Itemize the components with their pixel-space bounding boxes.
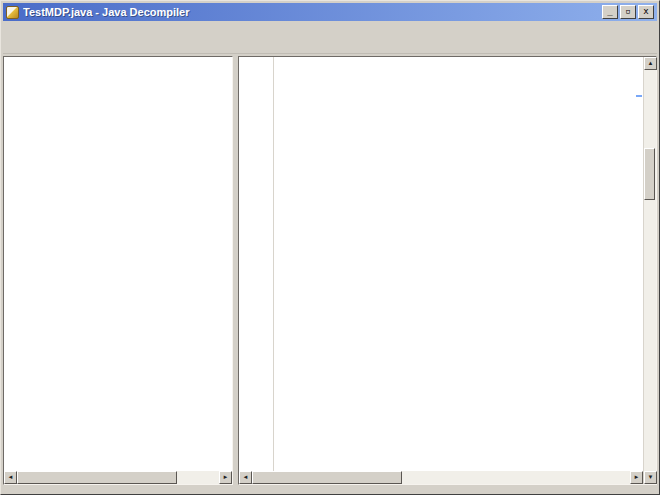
window-title: TestMDP.java - Java Decompiler bbox=[23, 6, 602, 18]
toolbar bbox=[3, 37, 657, 54]
maximize-button[interactable]: ▫ bbox=[620, 5, 636, 19]
package-tree-panel: ◄ ► bbox=[3, 56, 233, 485]
status-strip bbox=[3, 485, 657, 492]
main-area: ◄ ► ◄ ► ▲ bbox=[3, 56, 657, 485]
gutter-separator bbox=[273, 57, 274, 471]
scroll-down-button[interactable]: ▼ bbox=[644, 471, 657, 484]
app-icon bbox=[6, 6, 19, 19]
close-button[interactable]: x bbox=[638, 5, 654, 19]
scroll-left-button[interactable]: ◄ bbox=[4, 471, 17, 484]
title-bar[interactable]: TestMDP.java - Java Decompiler _ ▫ x bbox=[3, 3, 657, 21]
scroll-right-button[interactable]: ► bbox=[219, 471, 232, 484]
code-vscrollbar[interactable]: ▲ ▼ bbox=[643, 57, 656, 484]
overview-ruler-mark bbox=[636, 95, 642, 97]
menu-bar bbox=[3, 21, 657, 37]
scrollbar-thumb[interactable] bbox=[644, 148, 655, 200]
app-window: TestMDP.java - Java Decompiler _ ▫ x ◄ ► bbox=[0, 0, 660, 495]
code-view[interactable] bbox=[239, 57, 643, 471]
package-tree bbox=[4, 57, 232, 471]
scroll-up-button[interactable]: ▲ bbox=[644, 57, 657, 70]
code-editor: ◄ ► ▲ ▼ bbox=[238, 56, 657, 485]
editor-panel: ◄ ► ▲ ▼ bbox=[238, 56, 657, 485]
scrollbar-thumb[interactable] bbox=[252, 471, 402, 484]
code-hscrollbar[interactable]: ◄ ► bbox=[239, 471, 643, 484]
scroll-left-button[interactable]: ◄ bbox=[239, 471, 252, 484]
scroll-right-button[interactable]: ► bbox=[630, 471, 643, 484]
minimize-button[interactable]: _ bbox=[602, 5, 618, 19]
scrollbar-thumb[interactable] bbox=[17, 471, 177, 484]
tree-hscrollbar[interactable]: ◄ ► bbox=[4, 471, 232, 484]
